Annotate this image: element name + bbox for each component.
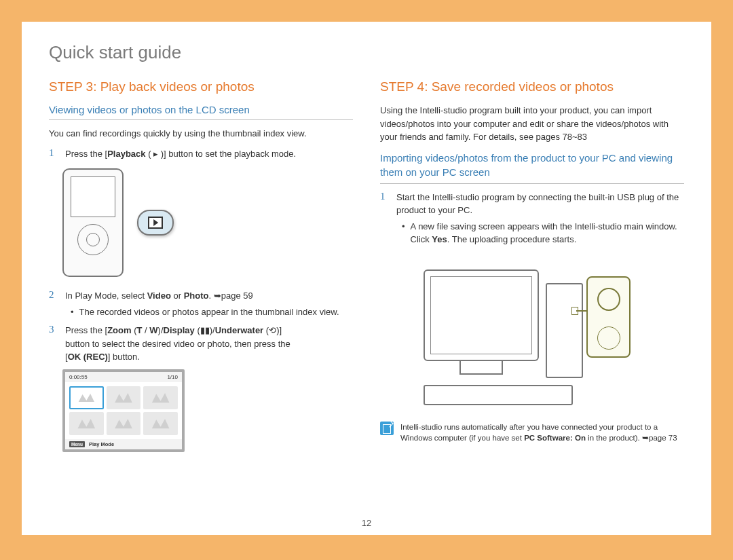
camera-device-icon bbox=[586, 276, 631, 358]
step3-item1: 1 Press the [Playback ( ▸ )] button to s… bbox=[49, 147, 353, 161]
step4-heading: STEP 4: Save recorded videos or photos bbox=[380, 79, 684, 94]
bullet-item: • The recorded videos or photos appear i… bbox=[71, 305, 353, 319]
step3-item3: 3 Press the [Zoom (T / W)/Display (▮▮)/U… bbox=[49, 324, 353, 364]
note-icon bbox=[380, 422, 394, 435]
list-body: Press the [Zoom (T / W)/Display (▮▮)/Und… bbox=[65, 324, 353, 364]
device-illustration bbox=[62, 168, 353, 277]
thumbnail-grid-illustration: 0:00:55 1/10 Menu Play Mode bbox=[62, 369, 185, 452]
thumbnail-cell bbox=[107, 386, 141, 409]
step4-subheading: Importing videos/photos from the product… bbox=[380, 151, 684, 184]
step4-item1: 1 Start the Intelli-studio program by co… bbox=[380, 191, 684, 246]
bullet-icon: • bbox=[71, 305, 74, 319]
list-number: 1 bbox=[49, 147, 58, 161]
step3-item2: 2 In Play Mode, select Video or Photo. ➥… bbox=[49, 289, 353, 318]
two-column-layout: STEP 3: Play back videos or photos Viewi… bbox=[49, 79, 684, 452]
pc-connection-illustration bbox=[403, 256, 661, 412]
note-text: Intelli-studio runs automatically after … bbox=[400, 422, 684, 444]
pc-tower-icon bbox=[546, 283, 583, 378]
thumb-time: 0:00:55 bbox=[69, 374, 88, 380]
manual-page: Quick start guide STEP 3: Play back vide… bbox=[22, 22, 711, 535]
list-number: 1 bbox=[380, 191, 390, 246]
thumbnail-cell bbox=[143, 386, 178, 409]
keyboard-icon bbox=[424, 385, 573, 405]
play-mode-label: Play Mode bbox=[89, 441, 114, 447]
menu-tag: Menu bbox=[69, 441, 85, 447]
note-callout: Intelli-studio runs automatically after … bbox=[380, 422, 684, 444]
list-body: Press the [Playback ( ▸ )] button to set… bbox=[65, 147, 353, 161]
playback-button-icon bbox=[137, 210, 174, 236]
camera-device-icon bbox=[62, 168, 124, 277]
thumbnail-cell bbox=[143, 412, 178, 435]
left-column: STEP 3: Play back videos or photos Viewi… bbox=[49, 79, 353, 452]
right-column: STEP 4: Save recorded videos or photos U… bbox=[380, 79, 684, 452]
step3-intro: You can find recordings quickly by using… bbox=[49, 127, 353, 141]
list-body: In Play Mode, select Video or Photo. ➥pa… bbox=[65, 289, 353, 318]
thumbnail-cell bbox=[107, 412, 141, 435]
step3-subheading: Viewing videos or photos on the LCD scre… bbox=[49, 104, 353, 120]
list-number: 2 bbox=[49, 289, 58, 318]
list-number: 3 bbox=[49, 324, 58, 364]
bullet-item: • A new file saving screen appears with … bbox=[402, 220, 684, 246]
bullet-icon: • bbox=[402, 220, 405, 246]
thumb-count: 1/10 bbox=[167, 374, 178, 380]
page-title: Quick start guide bbox=[49, 42, 684, 63]
step4-intro: Using the Intelli-studio program built i… bbox=[380, 104, 684, 144]
monitor-icon bbox=[424, 269, 539, 361]
thumbnail-cell bbox=[69, 386, 104, 409]
thumbnail-cell bbox=[69, 412, 104, 435]
step3-heading: STEP 3: Play back videos or photos bbox=[49, 79, 353, 94]
list-body: Start the Intelli-studio program by conn… bbox=[396, 191, 684, 246]
page-number: 12 bbox=[362, 518, 371, 528]
